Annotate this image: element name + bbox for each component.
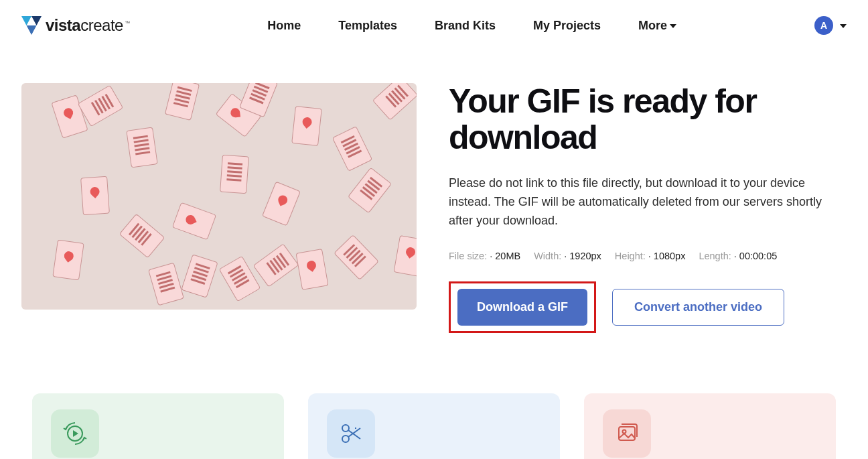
width-value: 1920px — [569, 251, 601, 261]
nav-brand-kits[interactable]: Brand Kits — [435, 19, 496, 33]
chevron-down-icon — [670, 24, 676, 28]
svg-rect-10 — [619, 427, 635, 440]
length-label: Length: — [699, 251, 731, 261]
svg-marker-0 — [21, 16, 31, 25]
convert-another-button[interactable]: Convert another video — [612, 289, 784, 326]
highlight-box: Download a GIF — [449, 281, 596, 333]
avatar: A — [814, 16, 833, 35]
gif-preview — [21, 83, 417, 310]
main-nav: Home Templates Brand Kits My Projects Mo… — [156, 19, 788, 33]
nav-my-projects[interactable]: My Projects — [533, 19, 601, 33]
filesize-value: 20MB — [495, 251, 520, 261]
filesize-label: File size: — [449, 251, 487, 261]
logo-mark-icon — [21, 16, 42, 35]
svg-line-7 — [348, 430, 360, 439]
svg-marker-2 — [27, 25, 37, 35]
header: vistacreate™ Home Templates Brand Kits M… — [0, 0, 868, 51]
file-meta: File size:·20MB Width:·1920px Height:·10… — [449, 251, 847, 261]
download-panel: Your GIF is ready for download Please do… — [449, 83, 847, 333]
nav-label: Home — [267, 19, 301, 33]
svg-marker-4 — [73, 430, 78, 437]
main-content: Your GIF is ready for download Please do… — [0, 51, 868, 333]
svg-marker-1 — [31, 16, 42, 25]
nav-label: My Projects — [533, 19, 601, 33]
page-title: Your GIF is ready for download — [449, 83, 847, 155]
description: Please do not link to this file directly… — [449, 174, 837, 231]
download-gif-button[interactable]: Download a GIF — [457, 289, 587, 326]
logo[interactable]: vistacreate™ — [21, 16, 129, 35]
svg-point-6 — [342, 436, 349, 442]
account-menu[interactable]: A — [814, 16, 847, 35]
feature-cards — [0, 333, 868, 459]
feature-card[interactable] — [308, 393, 560, 459]
nav-label: Templates — [338, 19, 397, 33]
nav-templates[interactable]: Templates — [338, 19, 397, 33]
chevron-down-icon — [840, 24, 847, 28]
height-label: Height: — [615, 251, 646, 261]
action-buttons: Download a GIF Convert another video — [449, 281, 847, 333]
feature-card[interactable] — [584, 393, 836, 459]
cut-icon — [327, 409, 375, 458]
nav-home[interactable]: Home — [267, 19, 301, 33]
nav-label: Brand Kits — [435, 19, 496, 33]
nav-label: More — [638, 19, 667, 33]
nav-more[interactable]: More — [638, 19, 676, 33]
replay-icon — [51, 409, 99, 458]
svg-point-5 — [342, 425, 349, 432]
logo-text: vistacreate™ — [46, 16, 129, 35]
svg-line-8 — [348, 428, 360, 437]
image-icon — [603, 409, 651, 458]
length-value: 00:00:05 — [739, 251, 777, 261]
feature-card[interactable] — [32, 393, 284, 459]
width-label: Width: — [534, 251, 561, 261]
height-value: 1080px — [654, 251, 686, 261]
